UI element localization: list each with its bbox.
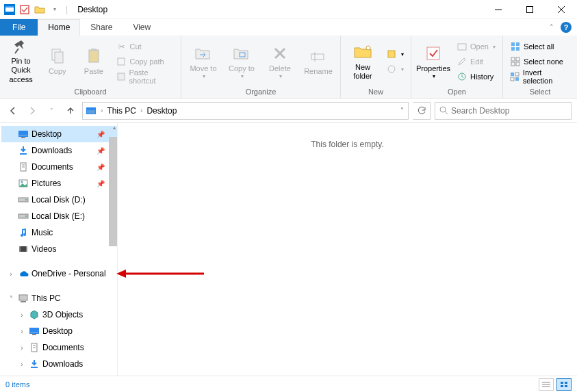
sidebar-scrollbar[interactable]: ▴	[107, 123, 117, 376]
sidebar-item-this-pc[interactable]: ˅This PC	[1, 290, 117, 306]
copy-button[interactable]: Copy	[40, 39, 74, 84]
chevron-right-icon[interactable]: ›	[18, 311, 26, 319]
minimize-button[interactable]	[483, 0, 514, 19]
copy-path-button[interactable]: Copy path	[113, 55, 177, 68]
chevron-right-icon[interactable]: ›	[139, 107, 144, 114]
close-button[interactable]	[546, 0, 577, 19]
rename-button[interactable]: Rename	[300, 39, 336, 84]
copy-to-button[interactable]: Copy to▾	[224, 39, 259, 84]
pin-to-quick-access-button[interactable]: Pin to Quick access	[4, 39, 38, 84]
details-view-button[interactable]	[539, 378, 554, 391]
breadcrumb-desktop[interactable]: Desktop	[146, 106, 177, 116]
sidebar-item-pictures[interactable]: Pictures📌	[1, 175, 117, 192]
navigation-pane[interactable]: Desktop📌Downloads📌Documents📌Pictures📌Loc…	[0, 123, 118, 376]
svg-point-50	[21, 181, 23, 183]
svg-rect-18	[311, 54, 324, 60]
paste-icon	[84, 47, 103, 66]
ribbon-collapse-icon[interactable]: ˄	[550, 23, 554, 32]
history-icon	[457, 71, 467, 82]
sidebar-item-pc-documents[interactable]: ›Documents	[1, 339, 117, 356]
tab-share[interactable]: Share	[80, 19, 123, 36]
svg-rect-35	[515, 73, 519, 76]
help-icon[interactable]: ?	[561, 22, 572, 33]
chevron-right-icon[interactable]: ›	[18, 361, 26, 368]
desktop-icon	[18, 129, 29, 140]
refresh-button[interactable]	[413, 102, 431, 120]
address-bar[interactable]: › This PC › Desktop ˅	[82, 102, 409, 120]
up-button[interactable]	[63, 103, 78, 118]
documents-icon	[18, 161, 29, 172]
sidebar-item-pc-desktop[interactable]: ›Desktop	[1, 323, 117, 339]
sidebar-item-pc-downloads[interactable]: ›Downloads	[1, 356, 117, 372]
sidebar-item-videos[interactable]: Videos	[1, 241, 117, 257]
qat-separator: |	[63, 5, 70, 14]
sidebar-item-local-disk-d-[interactable]: Local Disk (D:)	[1, 192, 117, 208]
back-button[interactable]	[5, 103, 21, 118]
forward-button[interactable]	[25, 103, 40, 118]
svg-rect-73	[565, 382, 567, 384]
edit-button[interactable]: Edit	[454, 55, 498, 68]
search-box[interactable]	[435, 102, 572, 120]
svg-point-54	[25, 215, 27, 217]
sidebar-item-local-disk-e-[interactable]: Local Disk (E:)	[1, 208, 117, 224]
tab-view[interactable]: View	[123, 19, 161, 36]
scroll-thumb[interactable]	[109, 137, 117, 246]
select-all-icon	[510, 41, 521, 52]
scroll-up-icon[interactable]: ▴	[113, 125, 116, 131]
svg-rect-43	[19, 135, 27, 136]
svg-rect-58	[19, 295, 27, 300]
content-area: Desktop📌Downloads📌Documents📌Pictures📌Loc…	[0, 123, 577, 376]
downloads-icon	[29, 358, 40, 369]
downloads-icon	[18, 145, 29, 156]
svg-rect-30	[511, 57, 515, 61]
select-none-button[interactable]: Select none	[507, 55, 573, 68]
sidebar-item-onedrive[interactable]: ›OneDrive - Personal	[1, 265, 117, 282]
chevron-down-icon[interactable]: ˅	[7, 295, 15, 302]
sidebar-item-documents[interactable]: Documents📌	[1, 159, 117, 175]
qat-dropdown-icon[interactable]: ▾	[48, 3, 62, 16]
pictures-icon	[18, 178, 29, 189]
new-folder-button[interactable]: New folder	[345, 39, 381, 84]
new-item-button[interactable]: ▾	[383, 47, 407, 61]
chevron-right-icon[interactable]: ›	[18, 344, 26, 352]
tab-home[interactable]: Home	[38, 19, 80, 36]
search-input[interactable]	[451, 106, 567, 116]
address-dropdown-icon[interactable]: ˅	[400, 107, 404, 114]
sidebar-item-music[interactable]: Music	[1, 224, 117, 241]
easy-access-button[interactable]: ▾	[383, 62, 407, 76]
svg-rect-13	[118, 58, 125, 65]
recent-locations-button[interactable]: ˅	[44, 103, 59, 118]
file-list[interactable]: This folder is empty.	[118, 123, 577, 376]
breadcrumb-thispc[interactable]: This PC	[107, 106, 136, 116]
sidebar-item-pc-3d-objects[interactable]: ›3D Objects	[1, 306, 117, 323]
open-button[interactable]: Open▾	[454, 40, 498, 53]
paste-button[interactable]: Paste	[77, 39, 110, 84]
move-to-button[interactable]: Move to▾	[185, 39, 221, 84]
status-items: 0 items	[5, 380, 29, 389]
open-icon	[457, 41, 467, 52]
invert-selection-button[interactable]: Invert selection	[507, 70, 573, 83]
svg-rect-12	[91, 49, 97, 51]
sidebar-item-downloads[interactable]: Downloads📌	[1, 142, 117, 159]
svg-rect-2	[5, 6, 14, 8]
chevron-right-icon[interactable]: ›	[18, 328, 26, 335]
select-all-button[interactable]: Select all	[507, 40, 573, 53]
history-button[interactable]: History	[454, 70, 498, 83]
icons-view-button[interactable]	[556, 378, 572, 391]
new-folder-icon	[353, 42, 372, 62]
navigation-bar: ˅ › This PC › Desktop ˅	[0, 99, 577, 123]
chevron-right-icon[interactable]: ›	[7, 270, 15, 278]
properties-button[interactable]: Properties▾	[415, 39, 451, 84]
maximize-button[interactable]	[514, 0, 546, 19]
delete-button[interactable]: Delete▾	[262, 39, 298, 84]
sidebar-item-desktop[interactable]: Desktop📌	[1, 126, 117, 142]
chevron-right-icon[interactable]: ›	[99, 107, 104, 114]
drive-icon	[18, 211, 29, 222]
qat-folder-icon[interactable]	[33, 3, 47, 16]
tab-file[interactable]: File	[0, 19, 38, 36]
svg-rect-57	[26, 246, 27, 252]
cut-button[interactable]: ✂Cut	[113, 40, 177, 53]
paste-shortcut-button[interactable]: Paste shortcut	[113, 70, 177, 83]
svg-rect-10	[55, 52, 63, 63]
qat-properties-icon[interactable]	[18, 3, 31, 16]
